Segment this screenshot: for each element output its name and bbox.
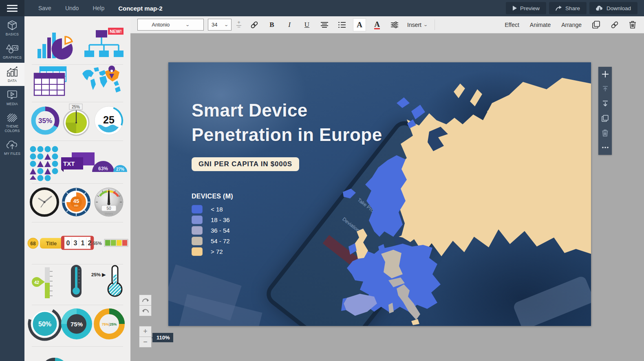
map-legend[interactable]: DEVICES (M) < 18 18 - 36 36 - 54 54 - 72… — [192, 193, 233, 257]
legend-item: 54 - 72 — [192, 236, 233, 246]
widget-thermometer-42[interactable]: 42 — [30, 266, 59, 300]
stripes-icon — [7, 113, 18, 123]
widget-donut-35[interactable]: 35% — [29, 105, 61, 136]
legend-item: 18 - 36 — [192, 214, 233, 225]
widget-org-chart[interactable]: NEW! — [84, 28, 124, 59]
svg-text:27%: 27% — [116, 167, 124, 172]
zoom-in-button[interactable]: + — [139, 326, 152, 337]
menu-undo[interactable]: Undo — [65, 5, 79, 11]
font-family-select[interactable]: Antonio⌄ — [137, 19, 204, 31]
zoom-level-badge: 110% — [152, 333, 173, 342]
move-down-button[interactable] — [598, 96, 612, 111]
widget-gauge-green[interactable]: 25% — [60, 104, 92, 136]
map-iceland[interactable] — [343, 189, 356, 198]
slide-canvas[interactable]: FOREX Stop Loss Take Profit Deviation 1.… — [168, 62, 591, 326]
arrange-button[interactable]: Arrange — [561, 22, 582, 28]
link-icon[interactable] — [611, 21, 619, 29]
sidebar-item-basics[interactable]: BASICS — [0, 16, 24, 40]
text-settings-icon[interactable] — [388, 19, 401, 31]
widget-digit-counter[interactable]: 0 3 1 2 — [61, 235, 94, 251]
svg-text:75%: 75% — [71, 321, 83, 328]
widget-counter-circle-25[interactable]: 25 — [93, 105, 125, 136]
duplicate-icon[interactable] — [592, 21, 600, 29]
sidebar-item-graphics[interactable]: GRAPHICS — [0, 40, 24, 63]
top-bar: Save Undo Help Concept map-2 Preview Sha… — [0, 0, 644, 16]
bullet-list-button[interactable] — [336, 19, 348, 31]
document-title[interactable]: Concept map-2 — [118, 5, 162, 12]
widget-timer-45[interactable]: 45 min — [60, 186, 92, 218]
widget-ring-75[interactable]: 75% — [60, 307, 94, 341]
slide-subtitle-badge[interactable]: GNI PER CAPITA IN $000S — [192, 157, 299, 171]
link-icon[interactable] — [248, 19, 260, 31]
hamburger-menu-icon[interactable] — [0, 0, 24, 16]
sidebar-item-theme-colors[interactable]: THEME COLORS — [0, 109, 24, 136]
widget-ring-50[interactable]: 50% — [28, 307, 62, 341]
sidebar-item-my-files[interactable]: MY FILES — [0, 136, 24, 159]
svg-text:75%|25%: 75%|25% — [102, 322, 117, 326]
widget-segment-meter[interactable]: -55% — [91, 237, 129, 249]
map-sicily[interactable] — [411, 319, 419, 325]
left-sidebar: BASICS GRAPHICS DATA MEDIA THEME COLORS … — [0, 16, 24, 361]
underline-button[interactable]: U — [301, 19, 313, 31]
cube-icon — [7, 20, 18, 31]
widget-text-box[interactable]: TXT — [60, 151, 95, 174]
play-icon — [512, 6, 517, 11]
widget-number-title-badge[interactable]: 68 Title — [27, 235, 64, 251]
add-slide-button[interactable] — [598, 67, 612, 81]
map-arctic-islands[interactable] — [454, 84, 494, 115]
legend-swatch — [192, 247, 203, 256]
widget-tables[interactable] — [33, 66, 69, 96]
italic-button[interactable]: I — [283, 19, 296, 31]
text-color-button[interactable]: A — [353, 19, 366, 31]
more-options-button[interactable] — [598, 140, 612, 155]
redo-rotate-button[interactable] — [139, 295, 152, 306]
highlight-color-button[interactable]: A — [371, 19, 383, 31]
sidebar-item-media[interactable]: MEDIA — [0, 86, 24, 109]
effect-button[interactable]: Effect — [505, 22, 519, 28]
font-size-select[interactable]: 34⌄ — [208, 19, 232, 31]
widget-ring-75-25[interactable]: 75%|25% — [92, 307, 126, 341]
delete-button[interactable] — [598, 125, 612, 140]
widget-thermometer-dark[interactable] — [70, 264, 82, 298]
widget-partial[interactable] — [41, 355, 69, 361]
cloud-upload-icon — [6, 140, 18, 150]
menu-help[interactable]: Help — [93, 5, 104, 11]
widget-thermometer-25pct[interactable]: 25% ▶ — [91, 264, 126, 298]
map-spain[interactable] — [344, 294, 377, 316]
widget-semicircle-gauges[interactable]: 63% 27% — [90, 153, 127, 173]
map-russia[interactable] — [395, 78, 591, 256]
svg-text:TXT: TXT — [63, 160, 75, 167]
chevron-down-icon: ⌄ — [423, 22, 428, 27]
duplicate-button[interactable] — [598, 111, 612, 125]
svg-text:25% ▶: 25% ▶ — [91, 272, 106, 277]
share-button[interactable]: Share — [549, 2, 587, 14]
download-button[interactable]: Download — [589, 2, 637, 14]
font-size-stepper[interactable]: +− — [235, 20, 243, 29]
legend-swatch — [192, 216, 203, 224]
slide-title[interactable]: Smart Device Penetration in Europe — [192, 98, 382, 147]
bold-button[interactable]: B — [266, 19, 278, 31]
widget-pictograph[interactable] — [28, 145, 63, 180]
preview-button[interactable]: Preview — [506, 2, 546, 14]
shapes-icon — [6, 43, 19, 54]
insert-menu[interactable]: Insert⌄ — [407, 22, 427, 28]
animate-button[interactable]: Animate — [530, 22, 551, 28]
widget-speedometer[interactable]: 50 Meters — [93, 186, 125, 218]
undo-rotate-button[interactable] — [139, 305, 152, 316]
svg-text:1: 1 — [81, 240, 85, 247]
align-button[interactable] — [318, 19, 331, 31]
widget-world-map[interactable] — [82, 67, 121, 96]
map-scandinavia[interactable] — [365, 155, 407, 237]
widget-clock[interactable] — [29, 186, 60, 218]
svg-text:25%: 25% — [72, 105, 80, 109]
svg-text:Meters: Meters — [105, 212, 113, 215]
sidebar-item-data[interactable]: DATA — [0, 63, 24, 86]
move-up-button[interactable] — [598, 81, 612, 96]
svg-text:Title: Title — [46, 240, 57, 247]
trash-icon[interactable] — [629, 21, 636, 29]
menu-save[interactable]: Save — [38, 5, 51, 11]
legend-title: DEVICES (M) — [192, 193, 233, 200]
svg-text:35%: 35% — [38, 117, 52, 125]
map-uk[interactable] — [354, 229, 368, 259]
widget-bar-pie-chart[interactable] — [37, 29, 73, 59]
